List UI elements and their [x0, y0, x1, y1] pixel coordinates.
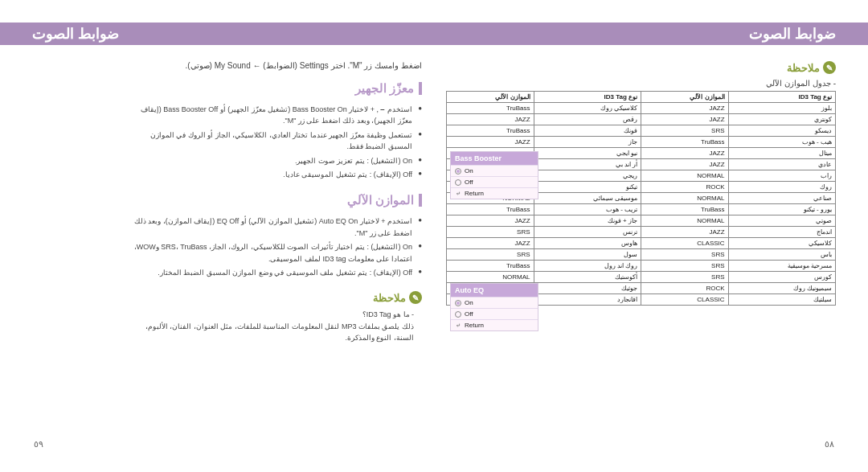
- bass-title: معزّز الجهير: [125, 81, 422, 96]
- table-cell: ROCK: [641, 182, 729, 193]
- bass-item-1: تستعمل وظيفة معزّز الجهير عندما تختار ال…: [125, 129, 422, 153]
- table-cell: SRS: [641, 249, 729, 261]
- table-cell: كلاسيكي روك: [534, 103, 641, 114]
- table-cell: JAZZ: [641, 159, 729, 170]
- table-cell: JAZZ: [447, 114, 534, 125]
- eq-menu-on[interactable]: On: [451, 297, 538, 308]
- table-cell: NORMAL: [641, 170, 729, 182]
- eq-menu-return[interactable]: Return: [451, 319, 538, 330]
- auto-eq-menu: Auto EQ On Off Return: [450, 283, 538, 331]
- table-cell: JAZZ: [641, 114, 729, 125]
- eq-item-2: Off (الإيقاف) : يتم تشغيل ملف الموسيقى ف…: [125, 267, 422, 278]
- table-cell: كورس: [728, 272, 835, 283]
- table-caption: - جدول الموازن الآلي: [446, 79, 836, 88]
- bass-item-3: Off (الإيقاف) : يتم تشغيل الموسيقى عاديا…: [125, 169, 422, 180]
- eq-item-0: استخدم + لاختيار Auto EQ On (تشغيل الموا…: [125, 215, 422, 239]
- return-icon: [455, 191, 461, 197]
- radio-off-icon: [455, 179, 461, 186]
- th-3: الموازن الآلي: [447, 92, 534, 103]
- table-cell: SRS: [641, 125, 729, 137]
- eq-title: الموازن الآلي: [125, 193, 422, 207]
- table-cell: TruBass: [447, 125, 534, 137]
- note1-body: - ما هو ID3 Tag؟ ذلك يلصق بملفات MP3 لنق…: [125, 309, 422, 343]
- table-cell: SRS: [641, 261, 729, 272]
- table-cell: موسيقى سيمائي: [534, 193, 641, 204]
- table-cell: كلاسيكي: [728, 238, 835, 249]
- table-cell: SRS: [447, 249, 534, 261]
- th-2: نوع ID3 Tag: [534, 92, 641, 103]
- eq-item-1: On (التشغيل) : يتم اختيار تأثيرات الصوت …: [125, 241, 422, 265]
- bass-off-label: Off: [465, 179, 473, 186]
- table-row: اندماجJAZZترنسSRS: [447, 227, 836, 238]
- table-cell: باس: [728, 249, 835, 261]
- table-row: هيب - هوبTruBassجازJAZZ: [447, 137, 836, 148]
- table-cell: ريجي: [534, 170, 641, 182]
- th-0: نوع ID3 Tag: [728, 92, 835, 103]
- eq-return-label: Return: [465, 322, 484, 329]
- header-title-left: ضوابط الصوت: [32, 25, 119, 43]
- table-cell: NORMAL: [447, 272, 534, 283]
- table-cell: JAZZ: [641, 103, 729, 114]
- table-row: صوتيNORMALجاز + فونكJAZZ: [447, 215, 836, 227]
- eq-menu-header: Auto EQ: [451, 284, 538, 297]
- radio-on-icon: [455, 168, 461, 174]
- table-cell: هاوس: [534, 238, 641, 249]
- eq-menu-off[interactable]: Off: [451, 308, 538, 319]
- table-cell: كونتري: [728, 114, 835, 125]
- table-row: كلاسيكيCLASSICهاوسJAZZ: [447, 238, 836, 249]
- page-58: اضغط وامسك زر "M". اختر Settings (الضواب…: [32, 61, 422, 356]
- note1-heading: ✎ ملاحظة: [125, 291, 422, 304]
- table-cell: JAZZ: [447, 215, 534, 227]
- note2-title-text: ملاحظة: [787, 62, 820, 74]
- table-cell: صناعي: [728, 193, 835, 204]
- table-cell: SRS: [447, 227, 534, 238]
- content-area: اضغط وامسك زر "M". اختر Settings (الضواب…: [0, 45, 868, 372]
- table-row: بلوزJAZZكلاسيكي روكTruBass: [447, 103, 836, 114]
- table-cell: مسرحية موسيقية: [728, 261, 835, 272]
- table-cell: TruBass: [447, 204, 534, 215]
- page-number-58: ٥٨: [825, 439, 834, 449]
- note-icon: ✎: [823, 61, 836, 74]
- th-1: الموازن الآلي: [641, 92, 729, 103]
- table-row: ديسكوSRSفونكTruBass: [447, 125, 836, 137]
- table-cell: تريب - هوب: [534, 204, 641, 215]
- table-row: باسSRSسولSRS: [447, 249, 836, 261]
- eq-on-label: On: [465, 299, 473, 306]
- table-row: كورسSRSأكوستيكNORMAL: [447, 272, 836, 283]
- eq-section: الموازن الآلي استخدم + لاختيار Auto EQ O…: [125, 193, 422, 278]
- table-cell: NORMAL: [641, 215, 729, 227]
- page-number-59: ٥٩: [34, 439, 43, 449]
- bass-menu-off[interactable]: Off: [451, 176, 538, 187]
- table-cell: راب: [728, 170, 835, 182]
- table-cell: أر اند بي: [534, 159, 641, 170]
- table-cell: سيلتيك: [728, 294, 835, 306]
- table-cell: TruBass: [641, 204, 729, 215]
- note2-heading: ✎ ملاحظة: [446, 61, 836, 74]
- table-cell: أكوستيك: [534, 272, 641, 283]
- header-title-right: ضوابط الصوت: [749, 25, 836, 43]
- table-cell: ميتال: [728, 148, 835, 159]
- table-cell: هيب - هوب: [728, 137, 835, 148]
- table-cell: فونك: [534, 125, 641, 137]
- table-cell: روك اند رول: [534, 261, 641, 272]
- table-cell: سول: [534, 249, 641, 261]
- return-icon: [455, 322, 461, 329]
- table-cell: جاز + فونك: [534, 215, 641, 227]
- table-cell: SRS: [641, 272, 729, 283]
- table-cell: صوتي: [728, 215, 835, 227]
- note1-line1: - ما هو ID3 Tag؟: [125, 309, 414, 320]
- bass-return-label: Return: [465, 190, 484, 197]
- table-cell: TruBass: [641, 137, 729, 148]
- table-cell: CLASSIC: [641, 238, 729, 249]
- bass-menu-return[interactable]: Return: [451, 187, 538, 199]
- table-cell: TruBass: [447, 261, 534, 272]
- bass-booster-menu: Bass Booster On Off Return: [450, 151, 538, 199]
- table-row: يورو - تيكنوTruBassتريب - هوبTruBass: [447, 204, 836, 215]
- table-cell: نيو ايجي: [534, 148, 641, 159]
- radio-on-icon: [455, 300, 461, 306]
- table-cell: تيكنو: [534, 182, 641, 193]
- eq-bullets: استخدم + لاختيار Auto EQ On (تشغيل الموا…: [125, 215, 422, 278]
- table-cell: JAZZ: [641, 148, 729, 159]
- table-cell: ROCK: [641, 283, 729, 294]
- bass-menu-on[interactable]: On: [451, 165, 538, 176]
